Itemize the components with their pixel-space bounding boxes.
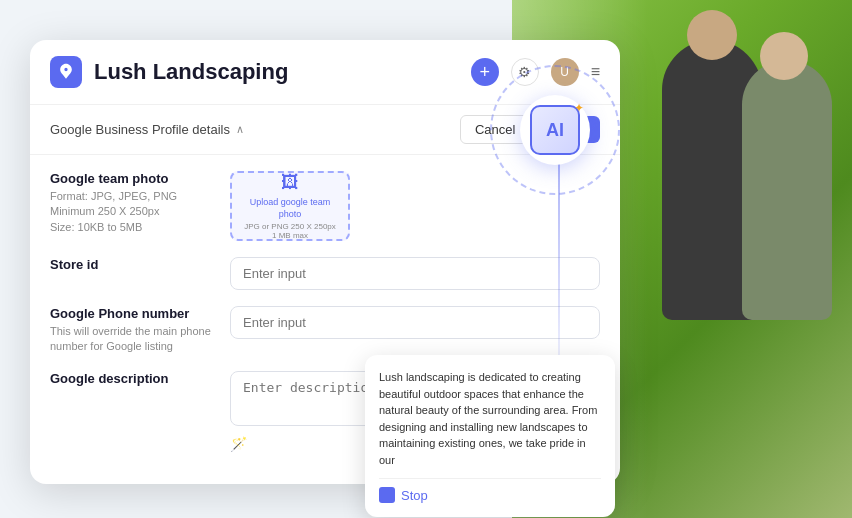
- photo-upload-box[interactable]: 🖼 Upload google team photo JPG or PNG 25…: [230, 171, 350, 241]
- photo-label: Google team photo: [50, 171, 214, 186]
- stop-icon: [379, 487, 395, 503]
- phone-label: Google Phone number: [50, 306, 214, 321]
- breadcrumb-label: Google Business Profile details: [50, 122, 230, 137]
- photo-hint-file: Size: 10KB to 5MB: [50, 220, 214, 235]
- stop-button[interactable]: Stop: [401, 488, 428, 503]
- photo-upload-sub: JPG or PNG 250 X 250px1 MB max: [244, 222, 336, 240]
- chevron-icon: ∧: [236, 123, 244, 136]
- logo-icon: [50, 56, 82, 88]
- photo-upload-label: Upload google team photo: [240, 197, 340, 220]
- company-name: Lush Landscaping: [94, 59, 471, 85]
- phone-hint: This will override the main phone number…: [50, 324, 214, 355]
- upload-icon: 🖼: [281, 172, 299, 193]
- ai-suggestion-footer: Stop: [379, 478, 601, 503]
- description-label-col: Google description: [50, 371, 230, 389]
- ai-suggestion-text: Lush landscaping is dedicated to creatin…: [379, 369, 601, 468]
- photo-hint-format: Format: JPG, JPEG, PNG: [50, 189, 214, 204]
- store-id-input-col: [230, 257, 600, 290]
- store-id-label-col: Store id: [50, 257, 230, 275]
- phone-input-col: [230, 306, 600, 339]
- add-button[interactable]: +: [471, 58, 499, 86]
- store-id-label: Store id: [50, 257, 214, 272]
- breadcrumb: Google Business Profile details ∧: [50, 122, 244, 137]
- phone-row: Google Phone number This will override t…: [50, 306, 600, 355]
- store-id-input[interactable]: [230, 257, 600, 290]
- photo-hint-size: Minimum 250 X 250px: [50, 204, 214, 219]
- store-id-row: Store id: [50, 257, 600, 290]
- ai-suggestion-box: Lush landscaping is dedicated to creatin…: [365, 355, 615, 517]
- description-label: Google description: [50, 371, 214, 386]
- phone-label-col: Google Phone number This will override t…: [50, 306, 230, 355]
- ai-label: AI: [546, 120, 564, 141]
- phone-input[interactable]: [230, 306, 600, 339]
- ai-sparkle: ✦: [574, 101, 584, 115]
- ai-badge[interactable]: AI ✦: [520, 95, 590, 165]
- photo-label-col: Google team photo Format: JPG, JPEG, PNG…: [50, 171, 230, 235]
